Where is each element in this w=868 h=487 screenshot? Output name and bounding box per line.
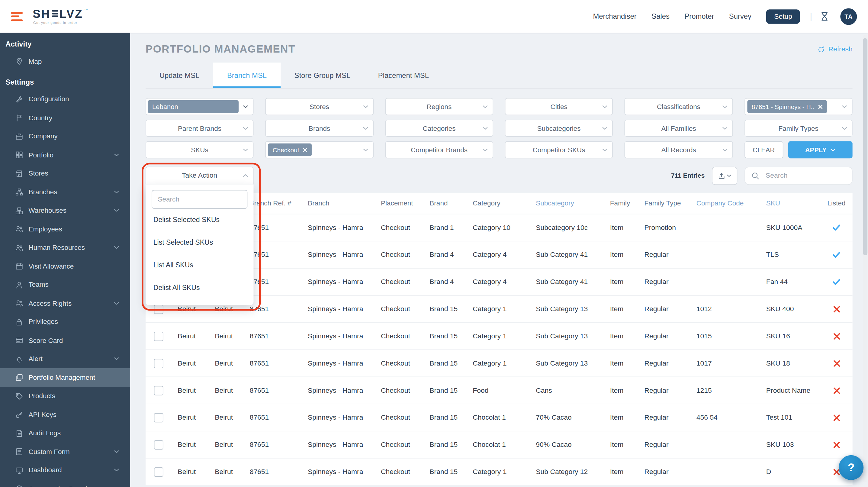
user-avatar[interactable]: TA xyxy=(840,8,857,25)
cities-filter[interactable]: Cities xyxy=(505,98,613,115)
brand-tagline: Get your goods in order xyxy=(33,21,89,25)
sidebar-item-comparative-duration[interactable]: Comparative Duration xyxy=(0,480,130,487)
sidebar-item-map[interactable]: Map xyxy=(0,52,130,70)
row-checkbox[interactable] xyxy=(154,467,163,477)
apply-button[interactable]: APPLY xyxy=(788,141,852,158)
regions-filter[interactable]: Regions xyxy=(385,98,493,115)
remove-chip-icon[interactable] xyxy=(818,104,823,109)
row-checkbox[interactable] xyxy=(154,304,163,313)
sidebar-item-custom-form[interactable]: Custom Form xyxy=(0,442,130,461)
bell-icon xyxy=(16,355,23,363)
filter-label: SKUs xyxy=(191,146,208,154)
tab-placement-msl[interactable]: Placement MSL xyxy=(364,63,443,88)
classifications-filter[interactable]: Classifications xyxy=(625,98,733,115)
sidebar-item-company[interactable]: Company xyxy=(0,127,130,146)
sidebar-item-country[interactable]: Country xyxy=(0,109,130,127)
sidebar-item-api-keys[interactable]: API Keys xyxy=(0,405,130,424)
sidebar-item-employees[interactable]: Employees xyxy=(0,220,130,238)
family-types-filter[interactable]: Family Types xyxy=(744,120,852,137)
sidebar-item-human-resources[interactable]: Human Resources xyxy=(0,238,130,257)
row-checkbox[interactable] xyxy=(154,413,163,422)
export-button[interactable] xyxy=(712,166,737,185)
vertical-scrollbar[interactable] xyxy=(863,35,867,482)
column-header-family_type[interactable]: Family Type xyxy=(638,200,690,207)
sidebar-item-warehouses[interactable]: Warehouses xyxy=(0,201,130,220)
table-row[interactable]: BeirutBeirut87651Spinneys - HamraCheckou… xyxy=(146,459,852,486)
sidebar-item-audit-logs[interactable]: Audit Logs xyxy=(0,424,130,442)
table-row[interactable]: BeirutBeirut87651Spinneys - HamraCheckou… xyxy=(146,350,852,377)
column-header-subcategory[interactable]: Subcategory xyxy=(529,200,603,207)
parent-brands-filter[interactable]: Parent Brands xyxy=(146,120,254,137)
table-row[interactable]: BeirutBeirut87651Spinneys - HamraCheckou… xyxy=(146,404,852,431)
sidebar-item-dashboard[interactable]: Dashboard xyxy=(0,461,130,480)
row-checkbox[interactable] xyxy=(154,331,163,341)
topnav-merchandiser[interactable]: Merchandiser xyxy=(593,12,637,20)
subcategories-filter[interactable]: Subcategories xyxy=(505,120,613,137)
stores-filter[interactable]: Stores xyxy=(266,98,374,115)
brands-filter[interactable]: Brands xyxy=(266,120,374,137)
skus-filter[interactable]: SKUs xyxy=(146,141,254,158)
action-option-delist-selected-skus[interactable]: Delist Selected SKUs xyxy=(152,209,247,231)
hourglass-icon[interactable] xyxy=(820,11,829,21)
records-filter[interactable]: All Records xyxy=(625,141,733,158)
sidebar-item-visit-allowance[interactable]: Visit Allowance xyxy=(0,257,130,275)
placements-filter[interactable]: Checkout xyxy=(266,141,374,158)
topnav-promoter[interactable]: Promoter xyxy=(684,12,714,20)
help-button[interactable]: ? xyxy=(839,455,864,480)
families-filter[interactable]: All Families xyxy=(625,120,733,137)
column-header-category[interactable]: Category xyxy=(466,200,529,207)
take-action-trigger[interactable]: Take Action xyxy=(146,166,253,185)
sidebar-item-configuration[interactable]: Configuration xyxy=(0,90,130,109)
sidebar-item-branches[interactable]: Branches xyxy=(0,183,130,201)
column-header-brand[interactable]: Brand xyxy=(423,200,466,207)
sidebar-item-teams[interactable]: Teams xyxy=(0,276,130,294)
tab-store-group-msl[interactable]: Store Group MSL xyxy=(281,63,364,88)
competitor-brands-filter[interactable]: Competitor Brands xyxy=(385,141,493,158)
column-header-branch[interactable]: Branch xyxy=(301,200,374,207)
column-header-company_code[interactable]: Company Code xyxy=(690,200,760,207)
table-row[interactable]: BeirutBeirut87651Spinneys - HamraCheckou… xyxy=(146,431,852,459)
cell-subcategory: 70% Cacao xyxy=(536,414,571,421)
sidebar-item-alert[interactable]: Alert xyxy=(0,349,130,368)
brand-logo[interactable]: SH LVZ ™ Get your goods in order xyxy=(33,8,89,25)
categories-filter[interactable]: Categories xyxy=(385,120,493,137)
sidebar-item-privileges[interactable]: Privileges xyxy=(0,313,130,331)
sidebar-item-portfolio[interactable]: Portfolio xyxy=(0,146,130,164)
chevron-up-icon xyxy=(243,174,248,177)
action-option-list-all-skus[interactable]: List All SKUs xyxy=(152,254,247,276)
table-search-input[interactable] xyxy=(765,171,846,180)
branches-filter[interactable]: 87651 - Spinneys - H.. xyxy=(744,98,852,115)
action-option-list-selected-skus[interactable]: List Selected SKUs xyxy=(152,231,247,254)
table-row[interactable]: BeirutBeirut87651Spinneys - HamraCheckou… xyxy=(146,377,852,404)
sidebar-item-portfolio-management[interactable]: Portfolio Management xyxy=(0,368,130,387)
topnav-sales[interactable]: Sales xyxy=(651,12,670,20)
sidebar-item-access-rights[interactable]: Access Rights xyxy=(0,294,130,312)
clear-button[interactable]: CLEAR xyxy=(744,141,783,158)
sidebar-item-products[interactable]: Products xyxy=(0,387,130,405)
column-header-sku[interactable]: SKU xyxy=(760,200,820,207)
countries-filter[interactable]: Lebanon xyxy=(146,98,254,115)
remove-chip-icon[interactable] xyxy=(303,147,307,152)
tab-branch-msl[interactable]: Branch MSL xyxy=(213,63,281,88)
tab-update-msl[interactable]: Update MSL xyxy=(146,63,213,88)
scrollbar-thumb[interactable] xyxy=(863,38,867,255)
row-checkbox[interactable] xyxy=(154,386,163,395)
competitor-skus-filter[interactable]: Competitor SKUs xyxy=(505,141,613,158)
cell-city: Beirut xyxy=(215,414,233,421)
column-header-listed[interactable]: Listed xyxy=(820,200,852,207)
column-header-family[interactable]: Family xyxy=(603,200,638,207)
row-checkbox[interactable] xyxy=(154,440,163,449)
table-row[interactable]: BeirutBeirut87651Spinneys - HamraCheckou… xyxy=(146,323,852,350)
sidebar-item-score-card[interactable]: Score Card xyxy=(0,331,130,349)
refresh-button[interactable]: Refresh xyxy=(818,45,852,53)
action-option-delist-all-skus[interactable]: Delist All SKUs xyxy=(152,277,247,299)
sidebar-item-stores[interactable]: Stores xyxy=(0,164,130,182)
cell-subcategory: Sub Category 13 xyxy=(536,360,588,367)
cell-sku: SKU 18 xyxy=(766,360,790,367)
row-checkbox[interactable] xyxy=(154,359,163,368)
hamburger-menu-icon[interactable] xyxy=(11,12,23,21)
column-header-placement[interactable]: Placement xyxy=(374,200,423,207)
topnav-survey[interactable]: Survey xyxy=(729,12,751,20)
action-search-input[interactable] xyxy=(152,190,247,209)
topnav-setup[interactable]: Setup xyxy=(767,9,800,24)
